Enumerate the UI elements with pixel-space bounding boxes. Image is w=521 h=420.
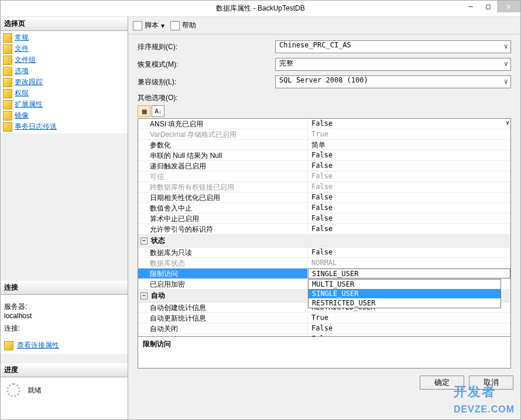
window-controls: — □ ✕ xyxy=(462,1,520,12)
nav-item[interactable]: 更改跟踪 xyxy=(1,77,128,88)
nav-link[interactable]: 扩展属性 xyxy=(15,99,43,109)
nav-link[interactable]: 事务日志传送 xyxy=(15,122,57,132)
property-row[interactable]: 递归触发器已启用False xyxy=(138,161,510,171)
property-value[interactable]: False xyxy=(308,192,510,202)
nav-item[interactable]: 镜像 xyxy=(1,110,128,121)
collation-select[interactable]: Chinese_PRC_CI_AS xyxy=(275,40,511,53)
property-row[interactable]: 自动更新统计信息True xyxy=(138,313,510,323)
alphabetical-button[interactable]: A↓ xyxy=(152,105,164,117)
cancel-button[interactable]: 取消 xyxy=(469,376,513,390)
content-area: 选择页 常规文件文件组选项更改跟踪权限扩展属性镜像事务日志传送 连接 服务器: … xyxy=(1,17,520,419)
property-value[interactable]: False xyxy=(308,161,510,171)
property-row[interactable]: 自动收缩False xyxy=(138,334,510,337)
restrict-access-dropdown[interactable]: MULTI_USERSINGLE_USERRESTRICTED_USER xyxy=(308,279,501,308)
property-value[interactable]: False xyxy=(308,224,510,234)
nav-link[interactable]: 文件 xyxy=(15,44,29,54)
property-value[interactable]: False xyxy=(308,150,510,160)
property-grid[interactable]: ANSI 填充已启用FalseVarDecimal 存储格式已启用True参数化… xyxy=(138,118,511,337)
property-row[interactable]: VarDecimal 存储格式已启用True xyxy=(138,129,510,140)
nav-link[interactable]: 文件组 xyxy=(15,55,36,65)
grid-toolbar: ▦ A↓ xyxy=(138,105,511,117)
property-row[interactable]: 参数化简单 xyxy=(138,140,510,150)
property-value[interactable]: False xyxy=(308,214,510,223)
property-row[interactable]: 串联的 Null 结果为 NullFalse xyxy=(138,150,510,161)
property-value[interactable]: False xyxy=(308,171,510,181)
nav-link[interactable]: 选项 xyxy=(15,66,29,76)
nav-item[interactable]: 常规 xyxy=(1,32,128,43)
help-button[interactable]: 帮助 xyxy=(182,20,196,30)
property-value[interactable]: False xyxy=(308,323,510,333)
page-icon xyxy=(3,100,12,109)
nav-item[interactable]: 选项 xyxy=(1,66,128,77)
property-value[interactable]: True xyxy=(308,313,510,323)
property-key: ANSI 填充已启用 xyxy=(138,119,308,129)
section-state[interactable]: −状态 xyxy=(138,235,510,247)
connection-header: 连接 xyxy=(1,281,128,295)
titlebar[interactable]: 数据库属性 - BackUpTestDB — □ ✕ xyxy=(1,1,520,17)
property-row[interactable]: 算术中止已启用False xyxy=(138,214,510,224)
collapse-icon[interactable]: − xyxy=(140,237,148,245)
dropdown-option[interactable]: RESTRICTED_USER xyxy=(309,298,501,308)
property-value[interactable]: True xyxy=(308,129,510,139)
select-page-header: 选择页 xyxy=(1,17,128,31)
property-row[interactable]: 跨数据库所有权链接已启用False xyxy=(138,182,510,192)
property-key: 数据库状态 xyxy=(138,258,308,268)
property-row[interactable]: 自动关闭False xyxy=(138,323,510,334)
property-row[interactable]: 限制访问SINGLE_USER∨ xyxy=(138,268,510,279)
maximize-button[interactable]: □ xyxy=(479,1,497,12)
categorized-button[interactable]: ▦ xyxy=(138,105,150,117)
other-options-label: 其他选项(O): xyxy=(138,93,511,103)
property-value[interactable]: 简单 xyxy=(308,140,510,150)
compat-select[interactable]: SQL Server 2008 (100) xyxy=(275,75,511,88)
minimize-button[interactable]: — xyxy=(462,1,479,12)
property-key: 限制访问 xyxy=(138,268,308,278)
property-row[interactable]: 数据库为只读False xyxy=(138,247,510,258)
property-row[interactable]: 允许带引号的标识符False xyxy=(138,224,510,235)
view-connection-link[interactable]: 查看连接属性 xyxy=(4,340,124,350)
nav-link[interactable]: 更改跟踪 xyxy=(15,77,43,87)
property-value[interactable]: False xyxy=(308,119,510,129)
nav-item[interactable]: 权限 xyxy=(1,88,128,99)
toolbar: 脚本 ▾ 帮助 xyxy=(128,17,520,35)
nav-item[interactable]: 文件 xyxy=(1,43,128,54)
property-value[interactable]: False xyxy=(308,247,510,257)
page-icon xyxy=(3,89,12,98)
property-value[interactable]: SINGLE_USER∨ xyxy=(308,268,510,278)
ok-button[interactable]: 确定 xyxy=(420,376,464,390)
dropdown-option[interactable]: SINGLE_USER xyxy=(309,289,501,298)
page-icon xyxy=(3,78,12,87)
script-button[interactable]: 脚本 xyxy=(145,20,159,30)
collation-label: 排序规则(C): xyxy=(138,42,275,52)
property-value[interactable]: NORMAL xyxy=(308,258,510,268)
nav-item[interactable]: 事务日志传送 xyxy=(1,121,128,132)
property-key: 自动更新统计信息 xyxy=(138,313,308,323)
property-key: 可信 xyxy=(138,171,308,181)
page-icon xyxy=(3,122,12,132)
property-key: 参数化 xyxy=(138,140,308,150)
dropdown-arrow-icon[interactable]: ▾ xyxy=(161,22,164,30)
close-button[interactable]: ✕ xyxy=(497,1,520,12)
nav-link[interactable]: 常规 xyxy=(15,33,29,43)
property-row[interactable]: ANSI 填充已启用False xyxy=(138,119,510,129)
recovery-select[interactable]: 完整 xyxy=(275,58,511,71)
property-row[interactable]: 可信False xyxy=(138,171,510,182)
property-value[interactable]: False xyxy=(308,182,510,192)
help-icon xyxy=(170,21,180,30)
nav-item[interactable]: 扩展属性 xyxy=(1,99,128,110)
property-value[interactable]: False xyxy=(308,334,510,337)
property-row[interactable]: 数据库状态NORMAL xyxy=(138,258,510,268)
collapse-icon[interactable]: − xyxy=(140,292,148,299)
view-connection-text[interactable]: 查看连接属性 xyxy=(17,340,59,350)
property-value[interactable]: False xyxy=(308,203,510,213)
page-icon xyxy=(3,111,12,121)
chevron-down-icon[interactable]: ∨ xyxy=(506,119,509,126)
nav-link[interactable]: 镜像 xyxy=(15,111,29,121)
dropdown-option[interactable]: MULTI_USER xyxy=(309,280,501,289)
property-row[interactable]: 数值舍入中止False xyxy=(138,203,510,214)
nav-link[interactable]: 权限 xyxy=(15,88,29,98)
property-key: 数值舍入中止 xyxy=(138,203,308,213)
property-row[interactable]: 日期相关性优化已启用False xyxy=(138,192,510,203)
progress-header: 进度 xyxy=(1,363,128,377)
nav-item[interactable]: 文件组 xyxy=(1,54,128,66)
page-icon xyxy=(3,33,12,43)
